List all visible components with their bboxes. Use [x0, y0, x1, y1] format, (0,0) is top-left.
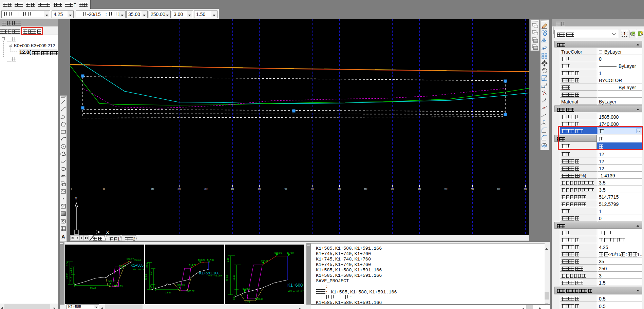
- svg-text:3.50: 3.50: [227, 257, 229, 262]
- svg-text:750: 750: [471, 188, 474, 190]
- svg-text:1.76: 1.76: [245, 301, 250, 303]
- svg-text:517.97: 517.97: [207, 259, 214, 261]
- svg-text:650: 650: [418, 188, 421, 190]
- svg-text:0: 0: [71, 188, 72, 190]
- svg-text:400: 400: [284, 188, 287, 190]
- svg-text:Y: Y: [74, 195, 78, 201]
- svg-text:WJ = 23.301: WJ = 23.301: [288, 289, 304, 293]
- svg-text:0.81: 0.81: [233, 295, 235, 300]
- svg-text:4.85: 4.85: [70, 268, 72, 273]
- svg-text:250: 250: [204, 188, 207, 190]
- svg-text:450: 450: [310, 188, 314, 190]
- svg-text:550: 550: [364, 188, 367, 190]
- svg-text:A: A: [61, 234, 65, 239]
- svg-text:7.15: 7.15: [70, 277, 72, 282]
- svg-text:3.50: 3.50: [146, 263, 148, 268]
- svg-text:K1+591.166: K1+591.166: [199, 271, 220, 275]
- svg-text:18.04: 18.04: [65, 273, 68, 279]
- svg-text:800: 800: [497, 188, 500, 190]
- svg-text:WJ = 96.196: WJ = 96.196: [133, 268, 144, 271]
- svg-text:K1+600: K1+600: [287, 283, 303, 288]
- svg-text:11.19: 11.19: [233, 275, 235, 281]
- svg-text:200: 200: [177, 188, 181, 190]
- svg-text:517.87: 517.87: [287, 252, 294, 254]
- svg-text:514.78: 514.78: [189, 264, 196, 266]
- svg-text:13.82: 13.82: [165, 291, 171, 294]
- svg-text:50: 50: [103, 188, 105, 190]
- svg-text:3.50: 3.50: [66, 261, 69, 266]
- svg-text:350: 350: [258, 188, 261, 190]
- svg-text:150: 150: [151, 188, 154, 190]
- svg-text:3%: 3%: [150, 285, 152, 288]
- svg-text:X: X: [106, 229, 109, 235]
- svg-text:23.48: 23.48: [90, 287, 96, 289]
- svg-text:518.06: 518.06: [274, 252, 282, 254]
- svg-text:K1+585: K1+585: [131, 263, 144, 267]
- svg-text:502.37: 502.37: [108, 280, 116, 283]
- svg-text:518.20: 518.20: [198, 259, 205, 261]
- svg-text:12.00: 12.00: [226, 275, 228, 281]
- svg-text:600: 600: [391, 188, 394, 190]
- svg-text:500: 500: [338, 188, 341, 190]
- svg-text:500.62: 500.62: [187, 290, 195, 292]
- svg-text:700: 700: [444, 188, 447, 190]
- svg-text:300: 300: [231, 188, 234, 190]
- svg-text:8.04: 8.04: [150, 270, 152, 275]
- svg-text:518.05: 518.05: [134, 259, 141, 262]
- svg-text:850: 850: [524, 188, 527, 190]
- svg-text:518.27: 518.27: [127, 258, 134, 260]
- svg-text:12.00: 12.00: [145, 274, 147, 280]
